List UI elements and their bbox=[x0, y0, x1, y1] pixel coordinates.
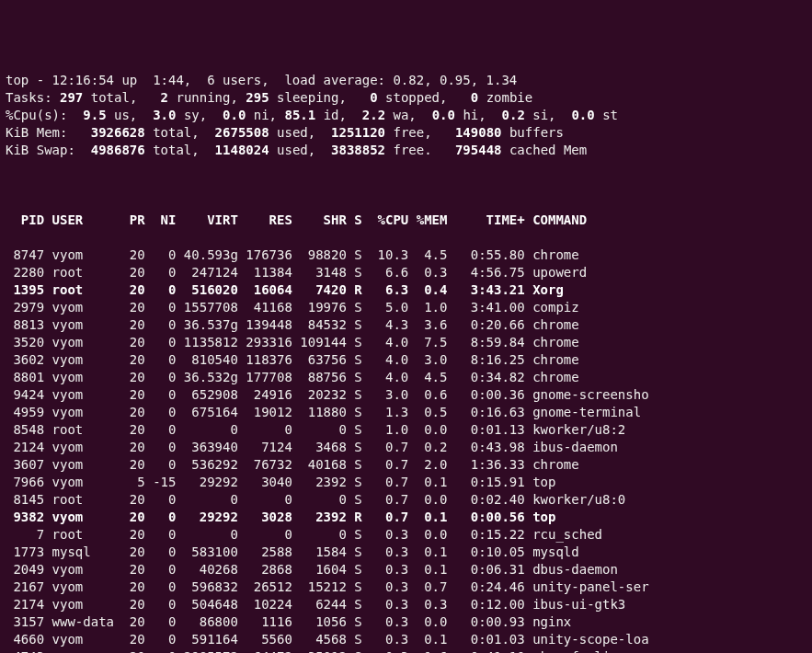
process-row: 7 root 20 0 0 0 0 S 0.3 0.0 0:15.22 rcu_… bbox=[6, 526, 806, 544]
process-row: 8747 vyom 20 0 40.593g 176736 98820 S 10… bbox=[6, 246, 806, 264]
process-row: 2049 vyom 20 0 40268 2868 1604 S 0.3 0.1… bbox=[6, 561, 806, 579]
process-row: 1773 mysql 20 0 583100 2588 1584 S 0.3 0… bbox=[6, 544, 806, 561]
process-row: 1395 root 20 0 516020 16064 7420 R 6.3 0… bbox=[6, 281, 806, 299]
process-row: 9424 vyom 20 0 652908 24916 20232 S 3.0 … bbox=[6, 386, 806, 404]
process-list: 8747 vyom 20 0 40.593g 176736 98820 S 10… bbox=[6, 246, 806, 653]
process-row: 9382 vyom 20 0 29292 3028 2392 R 0.7 0.1… bbox=[6, 509, 806, 526]
process-row: 3602 vyom 20 0 810540 118376 63756 S 4.0… bbox=[6, 351, 806, 369]
process-row: 2979 vyom 20 0 1557708 41168 19976 S 5.0… bbox=[6, 299, 806, 316]
top-summary: top - 12:16:54 up 1:44, 6 users, load av… bbox=[6, 72, 806, 159]
column-headers: PID USER PR NI VIRT RES SHR S %CPU %MEM … bbox=[6, 212, 806, 229]
process-row: 2280 root 20 0 247124 11384 3148 S 6.6 0… bbox=[6, 264, 806, 281]
process-row: 4743 vyom 20 0 2985572 64472 35012 S 0.3… bbox=[6, 648, 806, 653]
process-row: 4959 vyom 20 0 675164 19012 11880 S 1.3 … bbox=[6, 404, 806, 421]
process-row: 2124 vyom 20 0 363940 7124 3468 S 0.7 0.… bbox=[6, 439, 806, 456]
process-row: 4660 vyom 20 0 591164 5560 4568 S 0.3 0.… bbox=[6, 631, 806, 648]
process-row: 8145 root 20 0 0 0 0 S 0.7 0.0 0:02.40 k… bbox=[6, 491, 806, 509]
blank-line bbox=[6, 177, 806, 194]
process-row: 2167 vyom 20 0 596832 26512 15212 S 0.3 … bbox=[6, 579, 806, 596]
process-row: 8548 root 20 0 0 0 0 S 1.0 0.0 0:01.13 k… bbox=[6, 421, 806, 439]
process-row: 3607 vyom 20 0 536292 76732 40168 S 0.7 … bbox=[6, 456, 806, 474]
process-row: 2174 vyom 20 0 504648 10224 6244 S 0.3 0… bbox=[6, 596, 806, 613]
process-row: 3157 www-data 20 0 86800 1116 1056 S 0.3… bbox=[6, 613, 806, 631]
process-row: 7966 vyom 5 -15 29292 3040 2392 S 0.7 0.… bbox=[6, 474, 806, 491]
process-row: 8813 vyom 20 0 36.537g 139448 84532 S 4.… bbox=[6, 316, 806, 334]
process-row: 8801 vyom 20 0 36.532g 177708 88756 S 4.… bbox=[6, 369, 806, 386]
process-row: 3520 vyom 20 0 1135812 293316 109144 S 4… bbox=[6, 334, 806, 351]
